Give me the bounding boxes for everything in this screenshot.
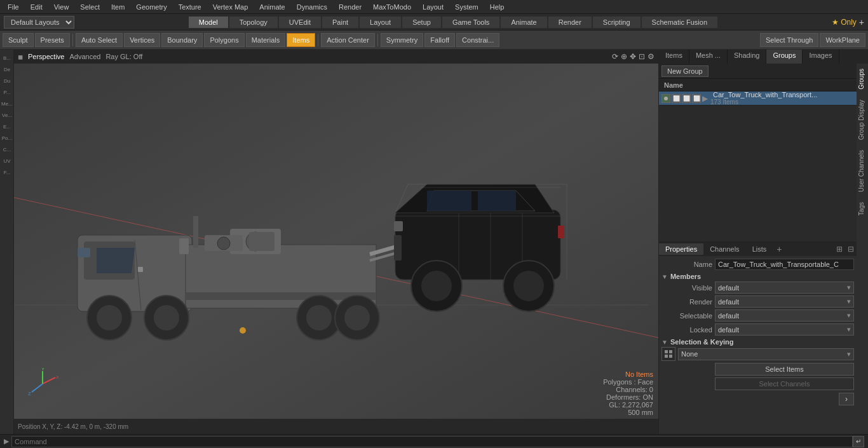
select-channels-button[interactable]: Select Channels (715, 377, 854, 390)
menu-help[interactable]: Help (485, 2, 510, 12)
props-panel-collapse[interactable]: ⊟ (845, 245, 857, 254)
left-tab-me[interactable]: Me... (0, 98, 14, 109)
left-tab-uv[interactable]: UV (0, 155, 14, 166)
props-tab-lists[interactable]: Lists (746, 243, 773, 255)
menu-file[interactable]: File (3, 2, 24, 12)
left-tab-du[interactable]: Du (0, 75, 14, 86)
menu-layout[interactable]: Layout (417, 2, 449, 12)
tab-scripting[interactable]: Scripting (593, 17, 641, 28)
constrain-button[interactable]: Constrai... (456, 33, 499, 47)
vp-tab-raygl[interactable]: Ray GL: Off (105, 53, 142, 60)
tab-model[interactable]: Model (189, 17, 228, 28)
layout-dropdown[interactable]: Default Layouts (4, 16, 74, 29)
tab-uvedit[interactable]: UVEdit (279, 17, 321, 28)
tab-render[interactable]: Render (548, 17, 592, 28)
vp-tab-advanced[interactable]: Advanced (69, 53, 100, 60)
group-visibility-icon[interactable] (661, 94, 670, 103)
selectable-select[interactable]: default ▾ (715, 309, 854, 322)
vp-rotate-icon[interactable]: ⟳ (612, 52, 618, 61)
left-tab-f[interactable]: F... (0, 166, 14, 178)
vp-settings-icon[interactable]: ⚙ (648, 52, 654, 61)
add-layout-tab[interactable]: + (859, 17, 864, 27)
workplane-button[interactable]: WorkPlane (820, 33, 865, 47)
vtab-tags[interactable]: Tags (857, 197, 866, 221)
vp-fit-icon[interactable]: ⊡ (639, 52, 645, 61)
menu-system[interactable]: System (450, 2, 484, 12)
rp-tab-shading[interactable]: Shading (728, 50, 766, 64)
props-tab-properties[interactable]: Properties (659, 243, 703, 255)
group-lock-icon[interactable]: ⬜ (682, 94, 691, 103)
menu-maxtomodo[interactable]: MaxToModo (368, 2, 416, 12)
left-tab-de[interactable]: De (0, 64, 14, 75)
key-icon[interactable] (661, 347, 675, 361)
tab-animate[interactable]: Animate (501, 17, 546, 28)
tab-topology[interactable]: Topology (229, 17, 278, 28)
items-button[interactable]: Items (287, 33, 315, 47)
expand-button[interactable]: › (839, 393, 854, 405)
sel-keying-toggle[interactable]: ▼ (661, 339, 668, 346)
left-tab-c[interactable]: C... (0, 144, 14, 155)
sculpt-button[interactable]: Sculpt (3, 33, 34, 47)
symmetry-button[interactable]: Symmetry (381, 33, 424, 47)
menu-render[interactable]: Render (334, 2, 367, 12)
command-enter-button[interactable]: ↵ (853, 436, 864, 447)
tab-layout[interactable]: Layout (360, 17, 401, 28)
select-through-button[interactable]: Select Through (760, 33, 818, 47)
tab-paint[interactable]: Paint (322, 17, 358, 28)
command-input[interactable] (11, 436, 853, 447)
vp-zoom-icon[interactable]: ⊕ (621, 52, 627, 61)
vtab-group-display[interactable]: Group Display (857, 95, 866, 145)
select-items-button[interactable]: Select Items (715, 363, 854, 376)
polygons-button[interactable]: Polygons (204, 33, 244, 47)
autoselect-button[interactable]: Auto Select (76, 33, 123, 47)
viewport[interactable]: ◼ Perspective Advanced Ray GL: Off ⟳ ⊕ ✥… (14, 50, 658, 434)
vtab-groups[interactable]: Groups (857, 64, 866, 95)
falloff-button[interactable]: Falloff (424, 33, 455, 47)
menu-animate[interactable]: Animate (254, 2, 290, 12)
props-tab-channels[interactable]: Channels (703, 243, 745, 255)
group-render-icon[interactable]: ⬜ (672, 94, 681, 103)
menu-edit[interactable]: Edit (25, 2, 48, 12)
locked-select[interactable]: default ▾ (715, 323, 854, 336)
group-item-main[interactable]: ⬜ ⬜ ⬜ ▶ Car_Tow_Truck_with_Transport... … (659, 92, 857, 105)
left-tab-ve[interactable]: Ve... (0, 109, 14, 121)
vtab-user-channels[interactable]: User Channels (857, 145, 866, 197)
props-panel-expand[interactable]: ⊞ (834, 245, 845, 254)
menu-vertexmap[interactable]: Vertex Map (208, 2, 254, 12)
tab-setup[interactable]: Setup (402, 17, 441, 28)
menu-texture[interactable]: Texture (173, 2, 207, 12)
presets-button[interactable]: Presets (35, 33, 70, 47)
materials-button[interactable]: Materials (246, 33, 286, 47)
add-props-tab[interactable]: + (773, 244, 785, 254)
rp-tab-images[interactable]: Images (803, 50, 839, 64)
vp-pan-icon[interactable]: ✥ (630, 52, 636, 61)
rp-tab-items[interactable]: Items (659, 50, 689, 64)
vp-expand-icon[interactable]: ◼ (18, 53, 23, 60)
visible-select[interactable]: default ▾ (715, 282, 854, 294)
vp-tab-perspective[interactable]: Perspective (28, 53, 64, 60)
tab-schematicfusion[interactable]: Schematic Fusion (642, 17, 717, 28)
left-tab-b[interactable]: B... (0, 52, 14, 64)
vertices-button[interactable]: Vertices (124, 33, 160, 47)
render-select[interactable]: default ▾ (715, 295, 854, 308)
rp-tab-groups[interactable]: Groups (766, 50, 803, 64)
name-prop-input[interactable] (715, 259, 854, 270)
svg-point-35 (513, 271, 544, 301)
new-group-button[interactable]: New Group (661, 65, 709, 77)
boundary-button[interactable]: Boundary (161, 33, 203, 47)
menu-item[interactable]: Item (106, 2, 130, 12)
menu-geometry[interactable]: Geometry (131, 2, 172, 12)
menu-select[interactable]: Select (75, 2, 105, 12)
menu-view[interactable]: View (49, 2, 74, 12)
none-select[interactable]: None ▾ (678, 348, 854, 360)
menu-dynamics[interactable]: Dynamics (292, 2, 332, 12)
left-tab-p[interactable]: P... (0, 86, 14, 98)
rp-tab-mesh[interactable]: Mesh ... (689, 50, 728, 64)
action-center-button[interactable]: Action Center (321, 33, 375, 47)
members-toggle[interactable]: ▼ (661, 273, 668, 280)
left-tab-e[interactable]: E... (0, 121, 14, 132)
group-expand-icon[interactable]: ▶ (702, 94, 708, 103)
left-tab-po[interactable]: Po... (0, 132, 14, 144)
group-wire-icon[interactable]: ⬜ (692, 94, 701, 103)
tab-gametools[interactable]: Game Tools (442, 17, 500, 28)
